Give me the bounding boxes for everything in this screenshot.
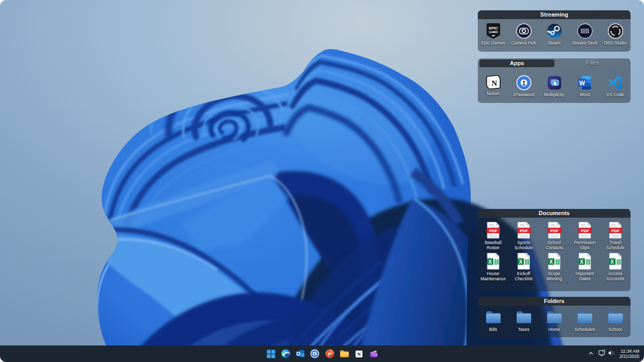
svg-text:N: N [491, 79, 497, 87]
svg-text:EPIC: EPIC [489, 26, 498, 31]
svg-text:X: X [519, 259, 522, 265]
svg-text:N: N [357, 352, 361, 357]
svg-text:P: P [328, 351, 332, 357]
svg-text:W: W [579, 80, 585, 87]
svg-text:PDF: PDF [581, 229, 589, 233]
svg-text:X: X [580, 259, 583, 265]
svg-text:X: X [610, 259, 614, 265]
svg-text:PDF: PDF [550, 229, 559, 233]
svg-text:PDF: PDF [611, 229, 620, 233]
svg-text:X: X [488, 259, 492, 265]
svg-text:X: X [549, 259, 553, 265]
svg-text:GAMES: GAMES [489, 31, 498, 34]
svg-text:PDF: PDF [520, 229, 528, 233]
svg-text:PDF: PDF [489, 229, 497, 233]
